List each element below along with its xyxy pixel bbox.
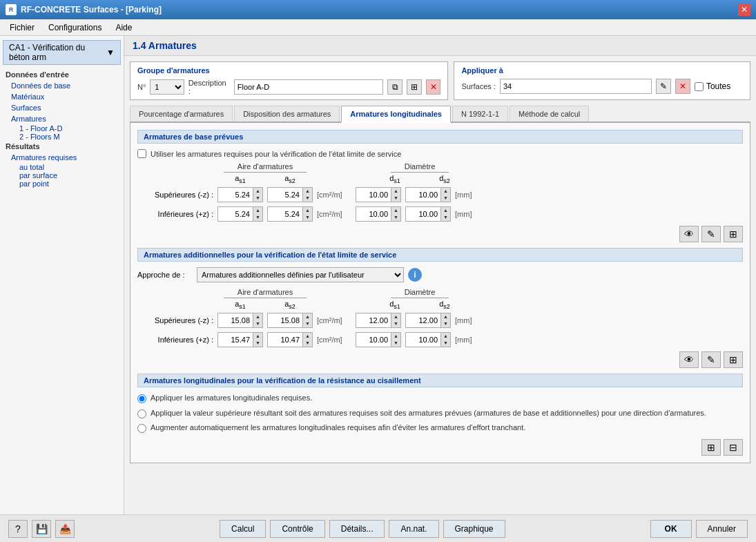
sup-ds1-base[interactable]: ▲▼ xyxy=(356,187,401,202)
inf-ds2-add-up[interactable]: ▲ xyxy=(440,333,450,340)
inf-as1-add[interactable]: ▲▼ xyxy=(217,332,263,347)
graphique-button[interactable]: Graphique xyxy=(443,520,505,538)
tab-longitudinales[interactable]: Armatures longitudinales xyxy=(341,106,451,123)
sidebar-item-floor-ad[interactable]: 1 - Floor A-D xyxy=(0,124,124,133)
sup-as2-base-up[interactable]: ▲ xyxy=(302,188,312,195)
inf-ds1-base-input[interactable] xyxy=(356,207,391,221)
sidebar-item-arm-requises[interactable]: Armatures requises xyxy=(0,152,124,163)
inf-ds1-add-down[interactable]: ▼ xyxy=(391,340,400,347)
inf-ds1-base-down[interactable]: ▼ xyxy=(391,214,400,221)
sup-ds2-add-input[interactable] xyxy=(406,313,440,327)
sup-as1-add[interactable]: ▲▼ xyxy=(217,313,263,328)
desc-input[interactable] xyxy=(234,79,384,95)
sup-as2-add[interactable]: ▲▼ xyxy=(267,313,313,328)
sup-as1-add-input[interactable] xyxy=(218,313,253,327)
menu-fichier[interactable]: Fichier xyxy=(3,21,41,34)
inf-as1-base-down[interactable]: ▼ xyxy=(253,214,262,221)
inf-ds2-add-input[interactable] xyxy=(406,333,440,347)
inf-as1-add-up[interactable]: ▲ xyxy=(253,333,262,340)
sup-ds1-base-down[interactable]: ▼ xyxy=(391,195,400,202)
sup-ds1-add-down[interactable]: ▼ xyxy=(391,320,400,327)
arm-base-checkbox[interactable] xyxy=(137,149,146,158)
inf-as2-base-input[interactable] xyxy=(268,207,302,221)
sup-as1-base-down[interactable]: ▼ xyxy=(253,195,262,202)
sidebar-item-floors-m[interactable]: 2 - Floors M xyxy=(0,133,124,141)
inf-ds1-add-up[interactable]: ▲ xyxy=(391,333,400,340)
sidebar-item-resultats[interactable]: Résultats xyxy=(0,141,124,152)
approche-select[interactable]: Armatures additionnelles définies par l'… xyxy=(197,267,404,282)
sup-as2-base[interactable]: ▲▼ xyxy=(267,187,313,202)
edit-add-button[interactable]: ✎ xyxy=(701,351,721,368)
inf-ds2-base-up[interactable]: ▲ xyxy=(440,207,450,214)
tab-methode[interactable]: Méthode de calcul xyxy=(510,106,589,122)
close-button[interactable]: ✕ xyxy=(738,3,750,16)
sup-as2-base-down[interactable]: ▼ xyxy=(302,195,312,202)
info-button[interactable]: i xyxy=(408,268,422,282)
sup-ds1-add[interactable]: ▲▼ xyxy=(356,313,401,328)
inf-as2-add-up[interactable]: ▲ xyxy=(302,333,312,340)
sidebar-item-materiaux[interactable]: Matériaux xyxy=(0,91,124,102)
sup-as2-add-input[interactable] xyxy=(268,313,302,327)
sidebar-item-armatures[interactable]: Armatures xyxy=(0,113,124,124)
paste-button[interactable]: ⊞ xyxy=(407,79,422,95)
controle-button[interactable]: Contrôle xyxy=(270,520,324,538)
inf-ds2-base-down[interactable]: ▼ xyxy=(440,214,450,221)
bottom-right-icon2[interactable]: ⊟ xyxy=(724,439,743,456)
inf-as1-base[interactable]: ▲▼ xyxy=(217,206,263,222)
sup-ds1-add-input[interactable] xyxy=(356,313,391,327)
inf-as2-add-down[interactable]: ▼ xyxy=(302,340,312,347)
bottom-save-button[interactable]: 💾 xyxy=(32,520,51,538)
sup-ds1-add-up[interactable]: ▲ xyxy=(391,313,400,320)
inf-as1-add-input[interactable] xyxy=(218,333,253,347)
sidebar-item-au-total[interactable]: au total xyxy=(0,163,124,171)
radio1-cisaillement[interactable] xyxy=(137,394,146,403)
sup-as2-base-input[interactable] xyxy=(268,188,302,202)
delete-group-button[interactable]: ✕ xyxy=(426,79,441,95)
bottom-export-button[interactable]: 📤 xyxy=(55,520,75,538)
sup-as1-base[interactable]: ▲▼ xyxy=(217,187,263,202)
details-button[interactable]: Détails... xyxy=(329,520,385,538)
sidebar-item-surfaces[interactable]: Surfaces xyxy=(0,102,124,113)
inf-ds2-base-input[interactable] xyxy=(406,207,440,221)
tab-n1992[interactable]: N 1992-1-1 xyxy=(452,106,508,122)
sup-ds2-base-input[interactable] xyxy=(406,188,440,202)
inf-as2-add[interactable]: ▲▼ xyxy=(267,332,313,347)
sup-ds1-base-input[interactable] xyxy=(356,188,391,202)
inf-as2-base-up[interactable]: ▲ xyxy=(302,207,312,214)
annuler-button[interactable]: Annuler xyxy=(696,520,748,538)
view-base-button[interactable]: 👁 xyxy=(679,226,699,242)
tab-pourcentage[interactable]: Pourcentage d'armatures xyxy=(130,106,233,122)
table-base-button[interactable]: ⊞ xyxy=(724,226,743,242)
inf-ds2-base[interactable]: ▲▼ xyxy=(405,206,451,222)
sidebar-item-donnees[interactable]: Données d'entrée xyxy=(0,69,124,80)
table-add-button[interactable]: ⊞ xyxy=(724,351,743,368)
sidebar-item-par-point[interactable]: par point xyxy=(0,180,124,188)
sup-ds2-base-down[interactable]: ▼ xyxy=(440,195,450,202)
num-dropdown[interactable]: 1 xyxy=(150,79,184,95)
inf-ds1-base[interactable]: ▲▼ xyxy=(356,206,401,222)
delete-surfaces-button[interactable]: ✕ xyxy=(675,79,690,94)
inf-ds2-add-down[interactable]: ▼ xyxy=(440,340,450,347)
sup-ds2-base-up[interactable]: ▲ xyxy=(440,188,450,195)
view-add-button[interactable]: 👁 xyxy=(679,351,699,368)
inf-as1-add-down[interactable]: ▼ xyxy=(253,340,262,347)
inf-ds1-add-input[interactable] xyxy=(356,333,391,347)
sup-as2-add-down[interactable]: ▼ xyxy=(302,320,312,327)
inf-as1-base-up[interactable]: ▲ xyxy=(253,207,262,214)
copy-button[interactable]: ⧉ xyxy=(387,79,403,95)
sup-ds1-base-up[interactable]: ▲ xyxy=(391,188,400,195)
sup-as2-add-up[interactable]: ▲ xyxy=(302,313,312,320)
calcul-button[interactable]: Calcul xyxy=(220,520,266,538)
inf-as2-add-input[interactable] xyxy=(268,333,302,347)
inf-ds2-add[interactable]: ▲▼ xyxy=(405,332,451,347)
menu-configurations[interactable]: Configurations xyxy=(41,21,108,34)
sidebar-dropdown[interactable]: CA1 - Vérification du béton arm ▼ xyxy=(3,40,121,65)
sup-ds2-add-up[interactable]: ▲ xyxy=(440,313,450,320)
menu-aide[interactable]: Aide xyxy=(108,21,139,34)
bottom-right-icon1[interactable]: ⊞ xyxy=(701,439,721,456)
sup-ds2-add-down[interactable]: ▼ xyxy=(440,320,450,327)
sup-as1-add-down[interactable]: ▼ xyxy=(253,320,262,327)
radio3-cisaillement[interactable] xyxy=(137,424,146,433)
sidebar-item-bases[interactable]: Données de base xyxy=(0,80,124,91)
edit-base-button[interactable]: ✎ xyxy=(701,226,721,242)
